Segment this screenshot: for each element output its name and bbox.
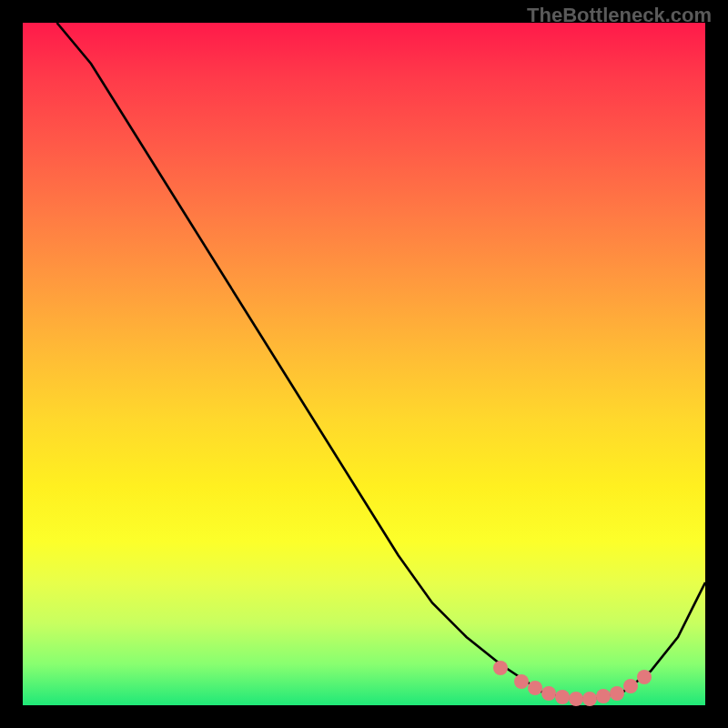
- marker-point: [569, 692, 583, 706]
- chart-plot-area: [23, 23, 705, 705]
- chart-curve: [23, 23, 705, 705]
- marker-point: [582, 692, 597, 706]
- marker-point: [555, 690, 570, 704]
- marker-point: [514, 674, 529, 689]
- marker-point: [637, 670, 652, 684]
- marker-point: [623, 679, 638, 693]
- marker-point: [493, 661, 508, 675]
- marker-point: [610, 686, 624, 701]
- marker-point: [596, 689, 611, 703]
- attribution-text: TheBottleneck.com: [527, 4, 712, 27]
- marker-point: [528, 681, 542, 695]
- marker-point: [541, 686, 556, 701]
